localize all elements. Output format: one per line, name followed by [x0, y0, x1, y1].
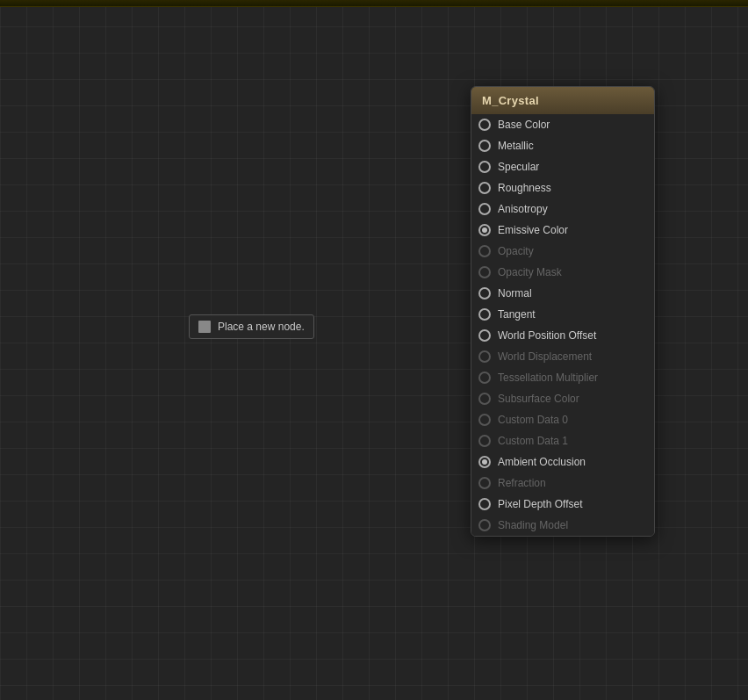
node-item-label: Opacity Mask — [498, 266, 562, 278]
pin-circle — [478, 119, 491, 131]
top-bar — [0, 0, 748, 7]
pin-circle — [478, 287, 491, 299]
node-item[interactable]: Opacity Mask — [471, 262, 654, 283]
pin-circle — [478, 224, 491, 236]
pin-circle — [478, 182, 491, 194]
node-item[interactable]: World Position Offset — [471, 325, 654, 346]
node-item-label: Specular — [498, 161, 539, 173]
place-node-tooltip: Place a new node. — [189, 314, 314, 339]
node-item-label: Custom Data 1 — [498, 435, 568, 447]
place-node-icon — [198, 321, 211, 333]
node-item-label: Roughness — [498, 182, 551, 194]
pin-circle — [478, 519, 491, 531]
node-item-label: Subsurface Color — [498, 393, 579, 405]
pin-circle — [478, 456, 491, 468]
place-node-label: Place a new node. — [218, 321, 305, 333]
pin-circle — [478, 245, 491, 257]
node-item-label: World Displacement — [498, 350, 592, 363]
node-item[interactable]: Ambient Occlusion — [471, 451, 654, 473]
node-panel-title: M_Crystal — [482, 94, 539, 107]
node-item-label: Metallic — [498, 140, 534, 152]
node-item-label: Base Color — [498, 119, 550, 131]
node-item[interactable]: Roughness — [471, 177, 654, 198]
pin-circle — [478, 308, 491, 321]
node-item[interactable]: Pixel Depth Offset — [471, 494, 654, 515]
node-item[interactable]: Anisotropy — [471, 198, 654, 220]
node-item[interactable]: Custom Data 1 — [471, 430, 654, 451]
node-item[interactable]: Opacity — [471, 241, 654, 262]
pin-circle — [478, 393, 491, 405]
node-item[interactable]: Refraction — [471, 473, 654, 494]
node-item-label: Emissive Color — [498, 224, 568, 236]
node-item-label: World Position Offset — [498, 329, 596, 342]
node-item-label: Tangent — [498, 308, 536, 321]
node-item[interactable]: Normal — [471, 283, 654, 304]
node-item[interactable]: Tangent — [471, 304, 654, 325]
pin-circle — [478, 350, 491, 363]
pin-circle — [478, 140, 491, 152]
node-panel-body: Base ColorMetallicSpecularRoughnessAniso… — [471, 114, 654, 536]
node-item[interactable]: World Displacement — [471, 346, 654, 367]
node-item[interactable]: Base Color — [471, 114, 654, 135]
node-item-label: Refraction — [498, 477, 546, 489]
pin-circle — [478, 414, 491, 426]
pin-circle — [478, 161, 491, 173]
pin-circle — [478, 477, 491, 489]
pin-circle — [478, 203, 491, 215]
pin-circle — [478, 498, 491, 510]
node-item-label: Shading Model — [498, 519, 568, 531]
node-item[interactable]: Tessellation Multiplier — [471, 367, 654, 388]
node-item[interactable]: Metallic — [471, 135, 654, 156]
pin-circle — [478, 266, 491, 278]
node-item-label: Ambient Occlusion — [498, 456, 586, 468]
node-item-label: Pixel Depth Offset — [498, 498, 583, 510]
node-panel-header: M_Crystal — [471, 87, 654, 114]
node-item-label: Tessellation Multiplier — [498, 372, 598, 384]
pin-circle — [478, 372, 491, 384]
node-item[interactable]: Emissive Color — [471, 220, 654, 241]
node-item[interactable]: Custom Data 0 — [471, 409, 654, 430]
node-item-label: Opacity — [498, 245, 534, 257]
node-item[interactable]: Subsurface Color — [471, 388, 654, 409]
node-item[interactable]: Shading Model — [471, 515, 654, 536]
node-item-label: Normal — [498, 287, 532, 299]
node-item[interactable]: Specular — [471, 156, 654, 177]
node-item-label: Custom Data 0 — [498, 414, 568, 426]
node-item-label: Anisotropy — [498, 203, 548, 215]
node-panel: M_Crystal Base ColorMetallicSpecularRoug… — [471, 86, 655, 537]
pin-circle — [478, 435, 491, 447]
pin-circle — [478, 329, 491, 342]
